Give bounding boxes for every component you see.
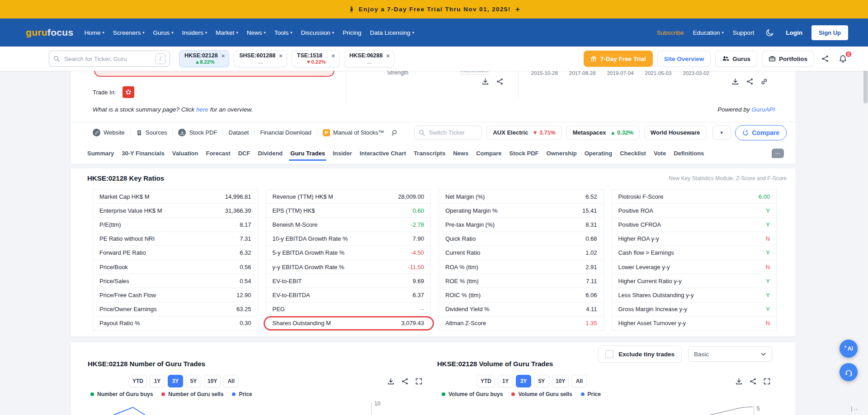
share-icon[interactable] <box>401 378 408 385</box>
link-icon[interactable] <box>761 78 768 85</box>
legend-item-price[interactable]: Price <box>232 391 252 397</box>
podcast-icon[interactable] <box>391 129 398 136</box>
legend-item-number-of-guru-buys[interactable]: Number of Guru buys <box>90 391 153 397</box>
download-icon[interactable] <box>482 78 489 85</box>
feedback-chat-icon[interactable]: ... <box>772 149 784 158</box>
tab-operating[interactable]: Operating <box>585 143 612 164</box>
period-button-3y[interactable]: 3Y <box>168 375 183 387</box>
nav-item-subscribe[interactable]: Subscribe <box>656 29 684 36</box>
tab-summary[interactable]: Summary <box>87 143 114 164</box>
overview-here-link[interactable]: here <box>196 106 208 113</box>
close-icon[interactable]: × <box>279 53 283 59</box>
share-icon[interactable] <box>746 78 753 85</box>
nav-item-home[interactable]: Home▾ <box>84 29 104 36</box>
download-icon[interactable] <box>732 78 739 85</box>
signup-button[interactable]: Sign Up <box>811 25 848 40</box>
ticker-tab-tse-1518[interactable]: TSE:1518×▼0.22% <box>292 50 340 67</box>
doc-link-financial-download[interactable]: Financial Download <box>260 129 311 136</box>
close-icon[interactable]: × <box>386 53 390 59</box>
tab-compare[interactable]: Compare <box>476 143 501 164</box>
expand-icon[interactable] <box>764 378 770 385</box>
portfolios-button[interactable]: Portfolios <box>762 51 814 67</box>
share-icon[interactable] <box>819 55 831 62</box>
tab-ownership[interactable]: Ownership <box>547 143 577 164</box>
switch-ticker-input[interactable] <box>428 129 477 136</box>
legend-item-volume-of-guru-buys[interactable]: Volume of Guru buys <box>442 391 503 397</box>
drawer-handle-icon[interactable]: |→ <box>851 405 858 412</box>
site-overview-button[interactable]: Site Overview <box>657 51 711 67</box>
period-button-3y[interactable]: 3Y <box>516 375 531 387</box>
legend-item-price[interactable]: Price <box>581 391 601 397</box>
nav-item-insiders[interactable]: Insiders▾ <box>182 29 208 36</box>
close-icon[interactable]: × <box>331 53 335 59</box>
nav-item-support[interactable]: Support <box>733 29 754 36</box>
expand-icon[interactable] <box>415 378 422 385</box>
nav-item-gurus[interactable]: Gurus▾ <box>153 29 173 36</box>
period-button-5y[interactable]: 5Y <box>534 375 549 387</box>
doc-link-stock-pdf[interactable]: Stock PDF <box>178 129 217 136</box>
period-button-all[interactable]: All <box>223 375 239 387</box>
switch-ticker-box[interactable] <box>414 126 482 140</box>
tab-dcf[interactable]: DCF <box>238 143 250 164</box>
tab-insider[interactable]: Insider <box>333 143 352 164</box>
tab-interactive-chart[interactable]: Interactive Chart <box>360 143 406 164</box>
notifications-bell-icon[interactable]: 0 <box>837 54 849 63</box>
ticker-tab-hkse-06288[interactable]: HKSE:06288×... <box>344 50 394 67</box>
period-button-1y[interactable]: 1Y <box>150 375 165 387</box>
period-button-all[interactable]: All <box>571 375 587 387</box>
login-link[interactable]: Login <box>786 29 802 36</box>
share-icon[interactable] <box>750 378 756 385</box>
nav-item-screeners[interactable]: Screeners▾ <box>113 29 145 36</box>
download-icon[interactable] <box>387 378 394 385</box>
doc-link-website[interactable]: Website <box>93 129 125 136</box>
tab-30-y-financials[interactable]: 30-Y Financials <box>122 143 164 164</box>
exclude-tiny-trades-checkbox[interactable] <box>605 350 613 358</box>
ticker-tab-hkse-02128[interactable]: HKSE:02128×▲8.22% <box>179 50 229 67</box>
doc-link-dataset[interactable]: Dataset <box>229 129 249 136</box>
compare-button[interactable]: Compare <box>735 125 787 140</box>
tab-valuation[interactable]: Valuation <box>172 143 198 164</box>
doc-link-manual-of-stocks[interactable]: PManual of Stocks™ <box>323 129 384 136</box>
close-icon[interactable]: × <box>222 53 225 59</box>
nav-item-tools[interactable]: Tools▾ <box>274 29 292 36</box>
chips-dropdown-button[interactable]: ▼ <box>712 126 731 140</box>
nav-item-pricing[interactable]: Pricing <box>343 29 361 36</box>
download-icon[interactable] <box>736 378 742 385</box>
tab-stock-pdf[interactable]: Stock PDF <box>509 143 539 164</box>
compare-chip-metaspacex[interactable]: Metaspacex▲ 0.32% <box>566 126 640 140</box>
period-button-10y[interactable]: 10Y <box>204 375 221 387</box>
compare-chip-aux-electric[interactable]: AUX Electric▼ 3.71% <box>486 126 561 140</box>
tab-forecast[interactable]: Forecast <box>206 143 230 164</box>
tab-checklist[interactable]: Checklist <box>620 143 646 164</box>
period-button-ytd[interactable]: YTD <box>129 375 147 387</box>
nav-item-market[interactable]: Market▾ <box>216 29 238 36</box>
tab-vote[interactable]: Vote <box>654 143 666 164</box>
view-mode-select[interactable]: Basic <box>688 346 772 362</box>
doc-link-sources[interactable]: Sources <box>136 129 167 136</box>
compare-chip-world-houseware[interactable]: World Houseware <box>644 126 707 140</box>
ticker-tab-shse-601288[interactable]: SHSE:601288×... <box>234 50 287 67</box>
tab-transcripts[interactable]: Transcripts <box>414 143 445 164</box>
promo-banner[interactable]: Enjoy a 7-Day Free Trial Thru Nov 01, 20… <box>0 0 868 19</box>
global-search-box[interactable]: / <box>49 51 170 67</box>
nav-item-education[interactable]: Education▾ <box>693 29 724 36</box>
gurufocus-logo[interactable]: gurufocus <box>26 27 73 38</box>
period-button-ytd[interactable]: YTD <box>477 375 495 387</box>
period-button-1y[interactable]: 1Y <box>498 375 513 387</box>
legend-item-volume-of-guru-sells[interactable]: Volume of Guru sells <box>511 391 572 397</box>
tab-definitions[interactable]: Definitions <box>674 143 704 164</box>
gurus-button[interactable]: Gurus <box>715 51 757 67</box>
tab-news[interactable]: News <box>453 143 468 164</box>
tab-guru-trades[interactable]: Guru Trades <box>290 143 325 164</box>
share-icon[interactable] <box>496 78 503 85</box>
period-button-10y[interactable]: 10Y <box>552 375 569 387</box>
support-chat-button[interactable] <box>840 363 858 381</box>
dark-mode-moon-icon[interactable] <box>763 28 777 37</box>
free-trial-button[interactable]: 7-Day Free Trial <box>584 51 653 67</box>
exclude-tiny-trades-toggle[interactable]: Exclude tiny trades <box>598 345 682 363</box>
guruapi-link[interactable]: GuruAPI <box>751 106 775 113</box>
legend-item-number-of-guru-sells[interactable]: Number of Guru sells <box>161 391 223 397</box>
nav-item-news[interactable]: News▾ <box>247 29 266 36</box>
search-input[interactable] <box>63 55 152 63</box>
tab-dividend[interactable]: Dividend <box>258 143 283 164</box>
